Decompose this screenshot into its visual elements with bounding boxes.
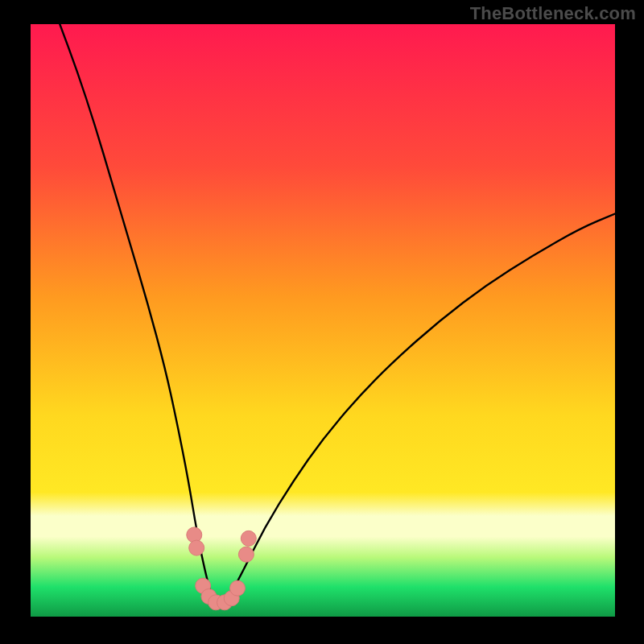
watermark-text: TheBottleneck.com — [470, 3, 636, 24]
chart-plot-area — [31, 24, 615, 617]
chart-frame: TheBottleneck.com — [0, 0, 644, 644]
data-marker — [241, 530, 256, 546]
data-marker — [238, 547, 254, 562]
data-marker — [230, 580, 246, 596]
chart-svg — [31, 24, 615, 617]
gradient-background — [31, 24, 615, 617]
data-marker — [189, 540, 204, 555]
